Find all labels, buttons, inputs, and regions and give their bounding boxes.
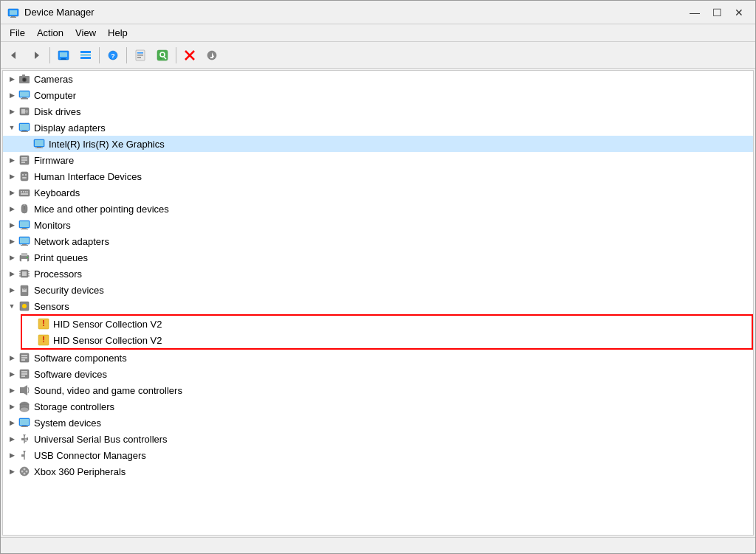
- firmware-label: Firmware: [34, 155, 74, 166]
- monitors-label: Monitors: [34, 220, 71, 231]
- svg-rect-74: [21, 259, 27, 262]
- disable-button[interactable]: [179, 46, 200, 65]
- expand-print[interactable]: ▶: [6, 252, 18, 263]
- display-label: Display adapters: [34, 122, 106, 134]
- tree-item-sound[interactable]: ▶ Sound, video and game controllers: [3, 382, 753, 398]
- tree-item-disk[interactable]: ▶ Disk drives: [3, 103, 753, 120]
- expand-network[interactable]: ▶: [6, 235, 18, 247]
- expand-software-comp[interactable]: ▶: [6, 352, 18, 364]
- expand-software-dev[interactable]: ▶: [6, 368, 18, 380]
- expand-hid[interactable]: ▶: [6, 170, 18, 182]
- expand-storage[interactable]: ▶: [6, 401, 18, 412]
- svg-rect-17: [137, 55, 143, 56]
- expand-system[interactable]: ▶: [6, 417, 18, 429]
- tree-item-system[interactable]: ▶ System devices: [3, 415, 753, 431]
- tree-item-cameras[interactable]: ▶ Cameras: [3, 71, 753, 87]
- update-button[interactable]: [202, 46, 222, 65]
- menu-action[interactable]: Action: [31, 26, 69, 40]
- properties-button[interactable]: [130, 46, 151, 65]
- tree-item-sensors[interactable]: ▼ Sensors: [3, 298, 753, 314]
- svg-rect-97: [21, 357, 27, 359]
- expand-computer[interactable]: ▶: [6, 89, 18, 101]
- tree-item-network[interactable]: ▶ Network adapters: [3, 233, 753, 249]
- sound-icon: [18, 384, 31, 397]
- svg-rect-10: [80, 51, 91, 53]
- tree-item-storage[interactable]: ▶ Storage controllers: [3, 398, 753, 415]
- display-icon: [18, 121, 31, 134]
- svg-rect-58: [25, 191, 27, 193]
- mouse-icon: [18, 202, 31, 215]
- svg-point-122: [21, 471, 24, 473]
- tree-item-hid[interactable]: ▶ Human Interface Devices: [3, 168, 753, 184]
- list-view-button[interactable]: [75, 46, 96, 65]
- tree-item-monitors[interactable]: ▶ Monitors: [3, 217, 753, 233]
- tree-item-hid-sensor-1[interactable]: ! HID Sensor Collection V2: [22, 316, 752, 332]
- svg-rect-34: [22, 97, 27, 98]
- tree-item-processors[interactable]: ▶ Processors: [3, 266, 753, 282]
- software-dev-icon: [18, 367, 31, 381]
- tree-view-button[interactable]: [53, 46, 74, 65]
- menu-file[interactable]: File: [4, 26, 31, 40]
- svg-rect-116: [27, 437, 28, 440]
- expand-sound[interactable]: ▶: [6, 384, 18, 396]
- minimize-button[interactable]: —: [684, 5, 705, 20]
- svg-rect-67: [21, 229, 28, 229]
- expand-processors[interactable]: ▶: [6, 268, 18, 280]
- tree-item-xbox[interactable]: ▶ Xbox 360 Peripherals: [3, 463, 753, 479]
- tree-item-print[interactable]: ▶ Print queues: [3, 249, 753, 266]
- svg-rect-66: [22, 228, 27, 229]
- svg-rect-114: [21, 438, 24, 440]
- tree-item-hid-sensor-2[interactable]: ! HID Sensor Collection V2: [22, 332, 752, 348]
- tree-item-security[interactable]: ▶ Security devices: [3, 282, 753, 298]
- svg-rect-35: [21, 98, 28, 100]
- tree-item-usb[interactable]: ▶ Universal Serial Bus controllers: [3, 431, 753, 447]
- expand-mice[interactable]: ▶: [6, 203, 18, 215]
- menu-view[interactable]: View: [69, 26, 102, 40]
- tree-item-keyboards[interactable]: ▶ Keyboards: [3, 184, 753, 201]
- menu-help[interactable]: Help: [102, 26, 134, 40]
- expand-keyboards[interactable]: ▶: [6, 187, 18, 198]
- expand-disk[interactable]: ▶: [6, 105, 18, 117]
- svg-rect-120: [21, 454, 24, 457]
- sensors-label: Sensors: [34, 301, 69, 312]
- expand-security[interactable]: ▶: [6, 284, 18, 296]
- software-comp-label: Software components: [34, 353, 127, 364]
- help-button[interactable]: ?: [103, 46, 123, 65]
- device-tree[interactable]: ▶ Cameras ▶: [2, 70, 754, 536]
- expand-display[interactable]: ▼: [6, 122, 18, 134]
- expand-usb[interactable]: ▶: [6, 433, 18, 445]
- tree-item-computer[interactable]: ▶ Computer: [3, 87, 753, 103]
- computer-label: Computer: [34, 90, 76, 101]
- expand-usb-connector[interactable]: ▶: [6, 449, 18, 461]
- svg-rect-12: [80, 57, 91, 59]
- tree-item-display[interactable]: ▼ Display adapters: [3, 120, 753, 136]
- tree-item-mice[interactable]: ▶ Mice and other pointing devices: [3, 201, 753, 217]
- svg-point-88: [22, 304, 27, 308]
- svg-rect-75: [27, 257, 28, 258]
- forward-button[interactable]: [26, 46, 47, 65]
- svg-rect-46: [35, 148, 43, 148]
- back-button[interactable]: [4, 46, 24, 65]
- svg-rect-70: [22, 244, 27, 245]
- maximize-button[interactable]: ☐: [707, 5, 727, 20]
- expand-sensors[interactable]: ▼: [6, 300, 18, 312]
- expand-xbox[interactable]: ▶: [6, 465, 18, 477]
- svg-rect-98: [21, 359, 25, 361]
- tree-item-software-comp[interactable]: ▶ Software components: [3, 350, 753, 366]
- keyboards-label: Keyboards: [34, 187, 80, 198]
- tree-item-intel-iris[interactable]: Intel(R) Iris(R) Xe Graphics: [3, 136, 753, 152]
- hid-icon: [18, 170, 31, 183]
- svg-text:!: !: [42, 319, 44, 328]
- svg-point-38: [25, 110, 28, 113]
- tree-item-software-dev[interactable]: ▶ Software devices: [3, 366, 753, 382]
- intel-icon: [32, 137, 46, 150]
- scan-button[interactable]: +: [152, 46, 173, 65]
- tree-item-firmware[interactable]: ▶ Firmware: [3, 152, 753, 168]
- close-button[interactable]: ✕: [729, 5, 749, 20]
- expand-firmware[interactable]: ▶: [6, 154, 18, 166]
- expand-monitors[interactable]: ▶: [6, 219, 18, 231]
- tree-item-usb-connector[interactable]: ▶ USB Connector Managers: [3, 447, 753, 463]
- svg-rect-2: [11, 16, 16, 17]
- expand-cameras[interactable]: ▶: [6, 73, 18, 85]
- title-bar: Device Manager — ☐ ✕: [1, 1, 755, 24]
